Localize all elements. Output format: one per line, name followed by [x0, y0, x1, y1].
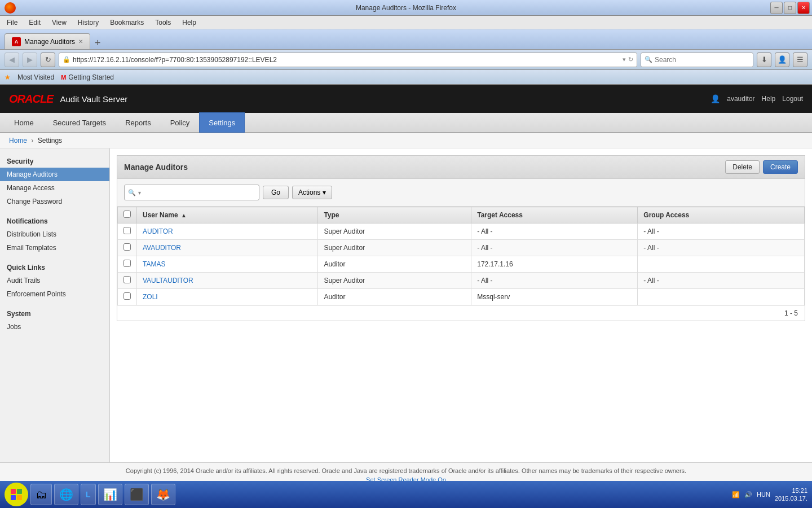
th-type: Type	[318, 207, 471, 224]
logout-link[interactable]: Logout	[782, 95, 803, 103]
search-input[interactable]	[143, 189, 255, 196]
taskbar-firefox[interactable]: 🦊	[151, 484, 175, 488]
sidebar-item-audit-trails[interactable]: Audit Trails	[0, 274, 109, 287]
profile-button[interactable]: 👤	[775, 52, 789, 67]
row-checkbox-2[interactable]	[123, 243, 131, 251]
sidebar-item-manage-access[interactable]: Manage Access	[0, 181, 109, 195]
menu-tools[interactable]: Tools	[153, 18, 173, 27]
username-link-2[interactable]: AVAUDITOR	[143, 244, 181, 252]
dropdown-arrow-icon[interactable]: ▾	[623, 56, 626, 63]
actions-button[interactable]: Actions ▾	[292, 186, 332, 199]
search-toolbar: 🔍 ▾ Go Actions ▾	[117, 179, 805, 207]
taskbar-l[interactable]: L	[81, 484, 96, 488]
panel-title: Manage Auditors	[124, 163, 188, 172]
search-input-wrap[interactable]: 🔍 ▾	[124, 185, 259, 200]
sidebar-item-manage-auditors[interactable]: Manage Auditors	[0, 168, 109, 181]
back-button[interactable]: ◀	[5, 52, 19, 67]
username-link-1[interactable]: AUDITOR	[143, 227, 173, 235]
lock-icon: 🔒	[63, 56, 70, 63]
maximize-button[interactable]: □	[784, 2, 796, 14]
forward-button[interactable]: ▶	[23, 52, 37, 67]
sidebar-item-change-password[interactable]: Change Password	[0, 195, 109, 208]
breadcrumb-home[interactable]: Home	[9, 137, 27, 144]
create-button[interactable]: Create	[763, 160, 798, 174]
sidebar-item-email-templates[interactable]: Email Templates	[0, 241, 109, 255]
select-all-checkbox[interactable]	[123, 211, 131, 218]
clock-time: 15:21	[775, 487, 807, 488]
auditors-table: User Name ▲ Type Target Access Group Acc…	[117, 207, 805, 305]
help-link[interactable]: Help	[762, 95, 776, 103]
username-link-3[interactable]: TAMAS	[143, 260, 165, 268]
search-icon: 🔍	[128, 189, 136, 196]
oracle-brand-text: ORACLE	[9, 93, 53, 106]
row-checkbox-cell-2[interactable]	[118, 240, 137, 256]
row-username-1[interactable]: AUDITOR	[137, 224, 318, 240]
copyright-text: Copyright (c) 1996, 2014 Oracle and/or i…	[9, 467, 803, 474]
row-checkbox-cell-5[interactable]	[118, 289, 137, 305]
sidebar-divider-2	[0, 255, 109, 259]
table-row: AUDITOR Super Auditor - All - - All -	[118, 224, 805, 240]
sidebar-item-jobs[interactable]: Jobs	[0, 320, 109, 334]
browser-titlebar: Manage Auditors - Mozilla Firefox ─ □ ✕	[0, 0, 812, 16]
row-username-4[interactable]: VAULTAUDITOR	[137, 273, 318, 289]
go-button[interactable]: Go	[263, 186, 289, 199]
search-dropdown-arrow[interactable]: ▾	[138, 190, 141, 196]
browser-search-bar[interactable]: 🔍	[641, 52, 753, 67]
sidebar-divider-3	[0, 301, 109, 305]
tab-close-icon[interactable]: ✕	[78, 38, 83, 45]
windows-start-button[interactable]	[5, 483, 28, 488]
row-checkbox-1[interactable]	[123, 227, 131, 234]
minimize-button[interactable]: ─	[770, 2, 783, 14]
row-checkbox-4[interactable]	[123, 276, 131, 283]
taskbar-powerpoint[interactable]: 📊	[98, 484, 122, 488]
browser-search-input[interactable]	[655, 56, 749, 64]
panel-header-actions: Delete Create	[725, 160, 798, 174]
th-select-all[interactable]	[118, 207, 137, 224]
row-checkbox-cell-4[interactable]	[118, 273, 137, 289]
row-checkbox-3[interactable]	[123, 260, 131, 267]
row-username-3[interactable]: TAMAS	[137, 256, 318, 273]
row-username-5[interactable]: ZOLI	[137, 289, 318, 305]
sidebar-section-quick-links: Quick Links	[0, 259, 109, 274]
menu-history[interactable]: History	[76, 18, 101, 27]
row-checkbox-5[interactable]	[123, 292, 131, 300]
hamburger-menu-button[interactable]: ☰	[793, 52, 807, 67]
sidebar-section-security: Security	[0, 153, 109, 168]
nav-tab-reports[interactable]: Reports	[116, 112, 161, 133]
row-username-2[interactable]: AVAUDITOR	[137, 240, 318, 256]
th-type-label: Type	[324, 211, 339, 219]
menu-view[interactable]: View	[50, 18, 69, 27]
oracle-header: ORACLE Audit Vault Server 👤 avauditor He…	[0, 85, 812, 113]
menu-help[interactable]: Help	[180, 18, 198, 27]
username-link-5[interactable]: ZOLI	[143, 293, 158, 301]
row-checkbox-cell-3[interactable]	[118, 256, 137, 273]
reload-button[interactable]: ↻	[41, 52, 55, 67]
oracle-logo: ORACLE Audit Vault Server	[9, 93, 127, 106]
bookmark-most-visited[interactable]: Most Visited	[17, 73, 54, 81]
close-button[interactable]: ✕	[797, 2, 810, 14]
sidebar-item-distribution-lists[interactable]: Distribution Lists	[0, 227, 109, 241]
row-checkbox-cell-1[interactable]	[118, 224, 137, 240]
menu-file[interactable]: File	[5, 18, 20, 27]
delete-button[interactable]: Delete	[725, 160, 760, 174]
nav-tab-home[interactable]: Home	[5, 112, 43, 133]
manage-auditors-panel: Manage Auditors Delete Create 🔍 ▾ Go Act…	[117, 155, 805, 321]
nav-tab-secured-targets[interactable]: Secured Targets	[43, 112, 116, 133]
username-link-4[interactable]: VAULTAUDITOR	[143, 277, 193, 284]
new-tab-button[interactable]: +	[91, 37, 104, 49]
nav-tab-settings[interactable]: Settings	[199, 112, 245, 133]
taskbar-ie[interactable]: 🌐	[54, 484, 78, 488]
th-username[interactable]: User Name ▲	[137, 207, 318, 224]
download-button[interactable]: ⬇	[757, 52, 771, 67]
sidebar-item-enforcement-points[interactable]: Enforcement Points	[0, 287, 109, 301]
url-bar[interactable]: 🔒 https://172.16.2.11/console/f?p=7700:8…	[59, 52, 637, 67]
menu-bookmarks[interactable]: Bookmarks	[108, 18, 146, 27]
bookmark-getting-started[interactable]: M Getting Started	[61, 73, 114, 81]
row-target-3: 172.17.1.16	[471, 256, 638, 273]
nav-tab-policy[interactable]: Policy	[161, 112, 200, 133]
reload-small-icon[interactable]: ↻	[628, 56, 633, 63]
taskbar-explorer[interactable]: 🗂	[30, 484, 52, 488]
taskbar-cmd[interactable]: ⬛	[125, 484, 149, 488]
browser-tab-active[interactable]: A Manage Auditors ✕	[5, 33, 90, 49]
menu-edit[interactable]: Edit	[27, 18, 43, 27]
